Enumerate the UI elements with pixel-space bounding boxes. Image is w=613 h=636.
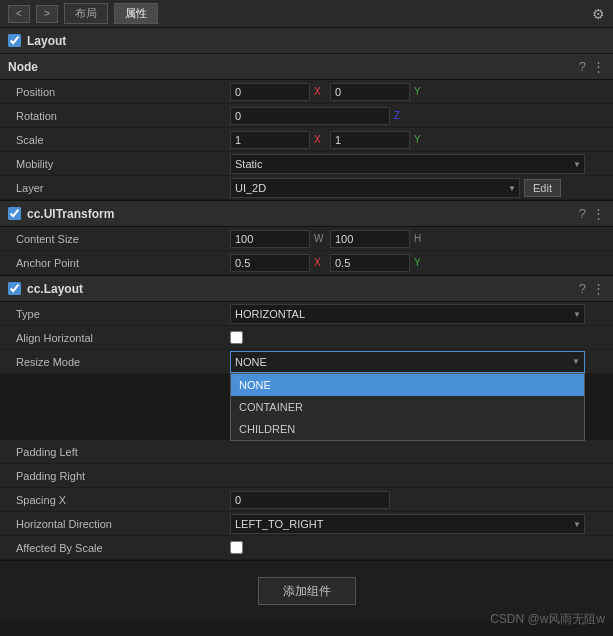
tab-layout[interactable]: 布局 bbox=[64, 3, 108, 24]
layer-select[interactable]: UI_2D bbox=[230, 178, 520, 198]
resize-mode-value: ▼ NONE CONTAINER CHILDREN bbox=[230, 351, 613, 373]
node-menu-icon[interactable]: ⋮ bbox=[592, 59, 605, 74]
content-size-value: W H bbox=[230, 230, 613, 248]
layer-select-wrapper: UI_2D bbox=[230, 178, 520, 198]
resize-option-none[interactable]: NONE bbox=[231, 374, 584, 396]
affected-by-scale-checkbox[interactable] bbox=[230, 541, 243, 554]
layout-title: Layout bbox=[27, 34, 66, 48]
content-size-row: Content Size W H bbox=[0, 227, 613, 251]
uitransform-menu-icon[interactable]: ⋮ bbox=[592, 206, 605, 221]
padding-right-label: Padding Right bbox=[0, 470, 230, 482]
anchor-point-y-input[interactable] bbox=[330, 254, 410, 272]
rotation-row: Rotation Z bbox=[0, 104, 613, 128]
padding-left-label: Padding Left bbox=[0, 446, 230, 458]
layout-checkbox[interactable] bbox=[8, 34, 21, 47]
type-select-wrapper: HORIZONTAL VERTICAL GRID NONE bbox=[230, 304, 585, 324]
mobility-select[interactable]: Static Dynamic bbox=[230, 154, 585, 174]
content-size-h-input[interactable] bbox=[330, 230, 410, 248]
anchor-y-label: Y bbox=[414, 257, 426, 268]
z-axis-label: Z bbox=[394, 110, 406, 121]
h-label: H bbox=[414, 233, 426, 244]
type-select[interactable]: HORIZONTAL VERTICAL GRID NONE bbox=[230, 304, 585, 324]
type-row: Type HORIZONTAL VERTICAL GRID NONE bbox=[0, 302, 613, 326]
resize-mode-dropdown: NONE CONTAINER CHILDREN bbox=[230, 373, 585, 441]
add-component-button[interactable]: 添加组件 bbox=[258, 577, 356, 605]
horizontal-direction-row: Horizontal Direction LEFT_TO_RIGHT RIGHT… bbox=[0, 512, 613, 536]
rotation-label: Rotation bbox=[0, 110, 230, 122]
resize-mode-text-input[interactable] bbox=[235, 356, 572, 368]
scale-y-input[interactable] bbox=[330, 131, 410, 149]
node-help-icon[interactable]: ? bbox=[579, 59, 586, 74]
type-value: HORIZONTAL VERTICAL GRID NONE bbox=[230, 304, 613, 324]
position-row: Position X Y bbox=[0, 80, 613, 104]
horizontal-direction-value: LEFT_TO_RIGHT RIGHT_TO_LEFT bbox=[230, 514, 613, 534]
cclayout-help-icon[interactable]: ? bbox=[579, 281, 586, 296]
scale-row: Scale X Y bbox=[0, 128, 613, 152]
cclayout-section: cc.Layout ? ⋮ Type HORIZONTAL VERTICAL G… bbox=[0, 276, 613, 561]
padding-left-row: Padding Left bbox=[0, 440, 613, 464]
padding-right-row: Padding Right bbox=[0, 464, 613, 488]
resize-mode-dropdown-container: ▼ NONE CONTAINER CHILDREN bbox=[230, 351, 585, 373]
gear-icon[interactable]: ⚙ bbox=[592, 6, 605, 22]
mobility-value: Static Dynamic bbox=[230, 154, 613, 174]
position-x-input[interactable] bbox=[230, 83, 310, 101]
scale-x-input[interactable] bbox=[230, 131, 310, 149]
layout-section-header: Layout bbox=[0, 28, 613, 54]
resize-mode-input-row[interactable]: ▼ bbox=[230, 351, 585, 373]
mobility-select-wrapper: Static Dynamic bbox=[230, 154, 585, 174]
x-axis-label: X bbox=[314, 86, 326, 97]
content-size-w-input[interactable] bbox=[230, 230, 310, 248]
node-section-header: Node ? ⋮ bbox=[0, 54, 613, 80]
mobility-label: Mobility bbox=[0, 158, 230, 170]
type-label: Type bbox=[0, 308, 230, 320]
layer-edit-button[interactable]: Edit bbox=[524, 179, 561, 197]
cclayout-title: cc.Layout bbox=[27, 282, 83, 296]
node-title: Node bbox=[8, 60, 38, 74]
anchor-point-label: Anchor Point bbox=[0, 257, 230, 269]
spacing-value bbox=[230, 491, 613, 509]
spacing-row: Spacing X bbox=[0, 488, 613, 512]
resize-option-children[interactable]: CHILDREN bbox=[231, 418, 584, 440]
spacing-input[interactable] bbox=[230, 491, 390, 509]
cclayout-checkbox[interactable] bbox=[8, 282, 21, 295]
resize-dropdown-arrow: ▼ bbox=[572, 357, 580, 366]
w-label: W bbox=[314, 233, 326, 244]
uitransform-section-header: cc.UITransform ? ⋮ bbox=[0, 201, 613, 227]
align-horizontal-label: Align Horizontal bbox=[0, 332, 230, 344]
rotation-value: Z bbox=[230, 107, 613, 125]
align-horizontal-checkbox[interactable] bbox=[230, 331, 243, 344]
affected-by-scale-label: Affected By Scale bbox=[0, 542, 230, 554]
tab-properties[interactable]: 属性 bbox=[114, 3, 158, 24]
uitransform-checkbox[interactable] bbox=[8, 207, 21, 220]
resize-option-container[interactable]: CONTAINER bbox=[231, 396, 584, 418]
node-section-icons: ? ⋮ bbox=[579, 59, 605, 74]
scale-label: Scale bbox=[0, 134, 230, 146]
horizontal-direction-label: Horizontal Direction bbox=[0, 518, 230, 530]
back-button[interactable]: < bbox=[8, 5, 30, 23]
top-bar: < > 布局 属性 ⚙ bbox=[0, 0, 613, 28]
anchor-point-x-input[interactable] bbox=[230, 254, 310, 272]
position-value: X Y bbox=[230, 83, 613, 101]
position-label: Position bbox=[0, 86, 230, 98]
forward-button[interactable]: > bbox=[36, 5, 58, 23]
cclayout-menu-icon[interactable]: ⋮ bbox=[592, 281, 605, 296]
anchor-point-value: X Y bbox=[230, 254, 613, 272]
rotation-z-input[interactable] bbox=[230, 107, 390, 125]
scale-x-label: X bbox=[314, 134, 326, 145]
cclayout-section-icons: ? ⋮ bbox=[579, 281, 605, 296]
layer-row: Layer UI_2D Edit bbox=[0, 176, 613, 200]
node-section: Node ? ⋮ Position X Y Rotation Z bbox=[0, 54, 613, 201]
h-direction-select[interactable]: LEFT_TO_RIGHT RIGHT_TO_LEFT bbox=[230, 514, 585, 534]
affected-by-scale-row: Affected By Scale bbox=[0, 536, 613, 560]
scale-y-label: Y bbox=[414, 134, 426, 145]
align-horizontal-value bbox=[230, 331, 613, 344]
position-y-input[interactable] bbox=[330, 83, 410, 101]
uitransform-title: cc.UITransform bbox=[27, 207, 114, 221]
uitransform-section: cc.UITransform ? ⋮ Content Size W H Anch… bbox=[0, 201, 613, 276]
layer-value: UI_2D Edit bbox=[230, 178, 613, 198]
content-size-label: Content Size bbox=[0, 233, 230, 245]
h-direction-select-wrapper: LEFT_TO_RIGHT RIGHT_TO_LEFT bbox=[230, 514, 585, 534]
mobility-row: Mobility Static Dynamic bbox=[0, 152, 613, 176]
scale-value: X Y bbox=[230, 131, 613, 149]
uitransform-help-icon[interactable]: ? bbox=[579, 206, 586, 221]
